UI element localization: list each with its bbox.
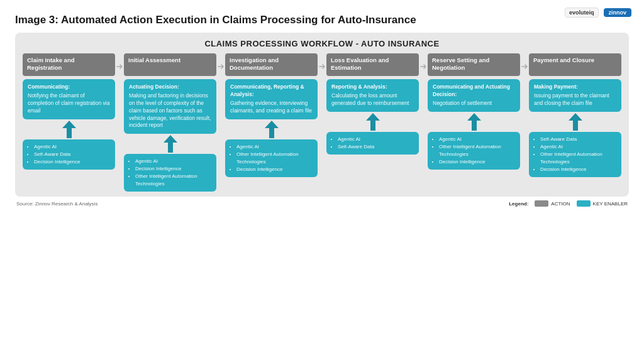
legend-action-box — [535, 200, 548, 207]
svg-marker-5 — [569, 113, 582, 131]
up-arrow-icon-4 — [467, 113, 481, 131]
zinnov-logo: zinnov — [604, 8, 632, 17]
column-header-0: Claim Intake and Registration — [23, 53, 115, 76]
action-card-1: Actuating Decision:Making and factoring … — [124, 79, 216, 134]
up-arrow-container-5 — [529, 115, 621, 129]
enabler-item: Other Intelligent Automation Technologie… — [439, 143, 515, 158]
svg-marker-0 — [62, 121, 76, 138]
column-header-1: Initial Assessment — [124, 53, 216, 76]
enabler-item: Other Intelligent Automation Technologie… — [135, 173, 211, 188]
up-arrow-icon-0 — [62, 121, 76, 138]
enabler-item: Other Intelligent Automation Technologie… — [540, 151, 616, 166]
enabler-item: Decision Intelligence — [439, 158, 515, 166]
evoluteiq-logo: evoluteiq — [565, 8, 599, 18]
action-title-4: Communicating and Actuating Decision: — [433, 84, 515, 99]
source-text: Source: Zinnov Research & Analysis — [16, 201, 97, 207]
column-2: Investigation and DocumentationCommunica… — [225, 53, 318, 177]
enabler-item: Other Intelligent Automation Technologie… — [236, 151, 313, 166]
action-title-2: Communicating, Reporting & Analysis: — [230, 84, 313, 99]
enabler-item: Decision Intelligence — [34, 158, 110, 166]
up-arrow-icon-1 — [164, 135, 177, 153]
page: evoluteiq zinnov Image 3: Automated Acti… — [0, 0, 644, 353]
logos-container: evoluteiq zinnov — [565, 8, 631, 18]
enabler-item: Self-Aware Data — [338, 143, 414, 151]
enabler-item: Agentic AI — [236, 143, 313, 151]
workflow-title: CLAIMS PROCESSING WORKFLOW - AUTO INSURA… — [23, 39, 621, 48]
column-header-3: Loss Evaluation and Estimation — [326, 53, 419, 76]
legend-key-enabler-box — [577, 200, 591, 207]
up-arrow-container-4 — [428, 115, 520, 129]
legend-label: Legend: — [509, 201, 528, 207]
action-title-3: Reporting & Analysis: — [331, 84, 414, 91]
between-col-arrow — [216, 53, 225, 71]
between-col-arrow — [520, 53, 529, 71]
svg-marker-3 — [366, 113, 380, 131]
enabler-item: Agentic AI — [34, 143, 110, 151]
column-1: Initial AssessmentActuating Decision:Mak… — [124, 53, 216, 192]
svg-marker-2 — [265, 121, 279, 138]
up-arrow-container-1 — [124, 137, 216, 151]
column-header-2: Investigation and Documentation — [225, 53, 318, 76]
footer: Source: Zinnov Research & Analysis Legen… — [15, 200, 629, 207]
action-text-2: Gathering evidence, interviewing claiman… — [230, 100, 313, 115]
action-card-4: Communicating and Actuating Decision:Neg… — [428, 79, 520, 112]
up-arrow-icon-3 — [366, 113, 380, 131]
legend-key-enabler-label: KEY ENABLER — [593, 201, 628, 207]
between-col-arrow — [318, 53, 326, 71]
enabler-item: Decision Intelligence — [135, 165, 211, 173]
enabler-card-1: Agentic AIDecision IntelligenceOther Int… — [124, 154, 216, 192]
svg-marker-1 — [164, 135, 177, 153]
column-header-4: Reserve Setting and Negotiation — [428, 53, 520, 76]
action-text-0: Notifying the claimant of completion of … — [28, 92, 110, 115]
svg-marker-4 — [467, 113, 481, 131]
action-card-5: Making Payment:Issuing payment to the cl… — [529, 79, 621, 112]
enabler-card-3: Agentic AISelf-Aware Data — [326, 132, 419, 155]
up-arrow-container-0 — [23, 122, 115, 136]
action-card-3: Reporting & Analysis:Calculating the los… — [326, 79, 419, 112]
legend-action: ACTION — [535, 200, 570, 207]
enabler-item: Agentic AI — [135, 158, 211, 165]
enabler-item: Self-Aware Data — [34, 151, 110, 158]
column-3: Loss Evaluation and EstimationReporting … — [326, 53, 419, 155]
enabler-item: Agentic AI — [439, 136, 515, 143]
enabler-card-2: Agentic AIOther Intelligent Automation T… — [225, 139, 318, 177]
enabler-item: Decision Intelligence — [540, 166, 616, 173]
enabler-card-5: Self-Aware DataAgentic AIOther Intellige… — [529, 132, 621, 177]
action-text-3: Calculating the loss amount generated du… — [331, 92, 414, 107]
column-0: Claim Intake and RegistrationCommunicati… — [23, 53, 115, 170]
between-col-arrow — [115, 53, 124, 71]
action-title-0: Communicating: — [28, 84, 110, 91]
legend-key-enabler: KEY ENABLER — [577, 200, 628, 207]
enabler-item: Agentic AI — [540, 143, 616, 151]
column-5: Payment and ClosureMaking Payment:Issuin… — [529, 53, 621, 177]
action-text-4: Negotiation of settlement — [433, 100, 515, 107]
legend-action-label: ACTION — [551, 201, 570, 207]
up-arrow-icon-5 — [569, 113, 582, 131]
up-arrow-container-2 — [225, 122, 318, 136]
between-col-arrow — [419, 53, 428, 71]
action-title-1: Actuating Decision: — [129, 84, 211, 91]
up-arrow-container-3 — [326, 115, 419, 129]
legend: Legend: ACTION KEY ENABLER — [509, 200, 628, 207]
page-title: Image 3: Automated Action Execution in C… — [15, 14, 629, 26]
enabler-card-4: Agentic AIOther Intelligent Automation T… — [428, 132, 520, 170]
action-card-2: Communicating, Reporting & Analysis:Gath… — [225, 79, 318, 119]
enabler-card-0: Agentic AISelf-Aware DataDecision Intell… — [23, 139, 115, 170]
enabler-item: Self-Aware Data — [540, 136, 616, 143]
up-arrow-icon-2 — [265, 121, 279, 138]
action-card-0: Communicating:Notifying the claimant of … — [23, 79, 115, 119]
columns-wrapper: Claim Intake and RegistrationCommunicati… — [23, 53, 621, 192]
action-text-1: Making and factoring in decisions on the… — [129, 92, 211, 129]
workflow-box: CLAIMS PROCESSING WORKFLOW - AUTO INSURA… — [15, 33, 629, 197]
column-4: Reserve Setting and NegotiationCommunica… — [428, 53, 520, 170]
enabler-item: Decision Intelligence — [236, 166, 313, 173]
enabler-item: Agentic AI — [338, 136, 414, 143]
action-text-5: Issuing payment to the claimant and clos… — [534, 92, 616, 107]
column-header-5: Payment and Closure — [529, 53, 621, 76]
action-title-5: Making Payment: — [534, 84, 616, 91]
